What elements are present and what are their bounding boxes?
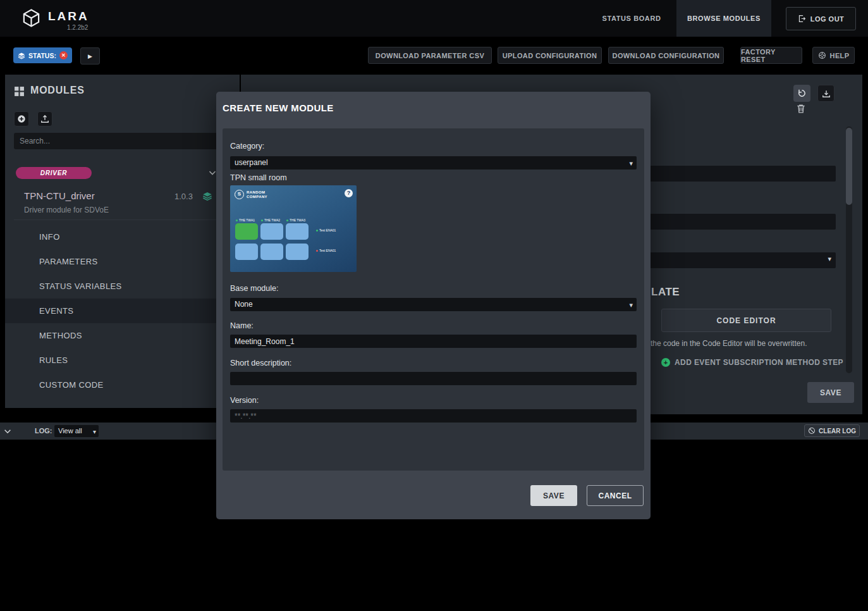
preview-side-label: Test ENA01 [316, 249, 336, 252]
help-ring-icon [818, 51, 826, 59]
preview-button [286, 244, 309, 260]
logout-button[interactable]: LOG OUT [786, 7, 856, 30]
help-button[interactable]: HELP [812, 47, 855, 64]
layers-icon [18, 52, 25, 59]
chevron-down-icon[interactable] [3, 427, 12, 436]
status-dot-red [316, 250, 318, 252]
factory-reset-button[interactable]: FACTORY RESET [740, 47, 802, 64]
base-module-selected-value: None [235, 300, 253, 309]
trash-icon [795, 103, 807, 114]
add-module-button[interactable] [14, 111, 29, 127]
add-step-label: ADD EVENT SUBSCRIPTION METHOD STEP [675, 358, 843, 367]
category-badge-driver[interactable]: DRIVER [16, 167, 92, 179]
modules-panel: MODULES DRIVER TPN-CTU_driver 1.0.3 Driv… [5, 75, 240, 408]
company-name-line1: RANDOM [247, 190, 267, 195]
short-description-input[interactable] [230, 372, 637, 385]
category-label: Category: [230, 142, 264, 151]
caret-down-icon: ▾ [629, 299, 633, 312]
name-label: Name: [230, 321, 254, 330]
preview-side-label: Test ENA01 [316, 228, 336, 232]
preview-button [260, 244, 283, 260]
download-icon [822, 89, 831, 98]
clear-log-button[interactable]: CLEAR LOG [804, 424, 860, 437]
scrollbar-thumb[interactable] [846, 128, 852, 205]
status-dot-green [261, 219, 263, 221]
create-new-module-dialog: CREATE NEW MODULE Category: userpanel ▾ … [216, 92, 651, 519]
module-name[interactable]: TPN-CTU_driver [24, 190, 95, 201]
module-preview-image: S RANDOM COMPANY ? THE TWA1 THE TWA2 [230, 185, 357, 272]
lara-cube-logo-icon [21, 8, 41, 28]
modal-cancel-button[interactable]: CANCEL [587, 485, 644, 506]
trash-button[interactable] [795, 103, 808, 116]
nav-status-board[interactable]: STATUS BOARD [590, 0, 673, 37]
plus-circle-icon [17, 114, 26, 123]
base-module-label: Base module: [230, 284, 278, 293]
download-configuration-button[interactable]: DOWNLOAD CONFIGURATION [608, 47, 724, 64]
plus-circle-icon: + [661, 358, 670, 367]
modules-panel-title: MODULES [30, 85, 85, 96]
overwrite-note: the code in the Code Editor will be over… [651, 339, 818, 348]
status-button[interactable]: STATUS: ✕ [13, 47, 72, 63]
module-menu: INFO PARAMETERS STATUS VARIABLES EVENTS … [5, 225, 240, 397]
nav-browse-modules[interactable]: BROWSE MODULES [676, 0, 771, 37]
download-button[interactable] [817, 85, 834, 102]
caret-down-icon: ▾ [828, 255, 831, 263]
preview-caption: THE TWA3 [286, 218, 305, 222]
top-bar: LARA 1.2.2b2 STATUS BOARD BROWSE MODULES… [0, 0, 868, 37]
run-button[interactable]: ▶ [80, 47, 100, 65]
sidebar-item-custom-code[interactable]: CUSTOM CODE [5, 373, 240, 397]
status-dot-green [316, 230, 318, 231]
version-input[interactable] [230, 409, 637, 423]
sidebar-item-info[interactable]: INFO [5, 225, 240, 249]
template-section-heading: LATE [651, 286, 680, 299]
play-icon: ▶ [88, 53, 92, 59]
help-icon: ? [345, 189, 353, 197]
status-dot-green [286, 219, 288, 221]
app-root: LARA 1.2.2b2 STATUS BOARD BROWSE MODULES… [0, 0, 868, 611]
log-label: LOG: [35, 423, 52, 440]
upload-module-button[interactable] [37, 111, 52, 127]
short-description-label: Short description: [230, 359, 291, 367]
help-label: HELP [830, 52, 850, 59]
company-name-line2: COMPANY [247, 195, 267, 199]
sidebar-item-parameters[interactable]: PARAMETERS [5, 249, 240, 274]
event-select[interactable]: ▾ [635, 252, 836, 268]
caret-down-icon: ▾ [93, 426, 96, 438]
editor-save-button[interactable]: SAVE [807, 382, 854, 403]
add-event-subscription-step[interactable]: + ADD EVENT SUBSCRIPTION METHOD STEP [661, 358, 843, 367]
sidebar-item-methods[interactable]: METHODS [5, 323, 240, 348]
caret-down-icon: ▾ [629, 157, 633, 170]
preview-button [260, 223, 283, 240]
module-version: 1.0.3 [174, 192, 193, 201]
log-filter-select[interactable]: View all ▾ [54, 425, 99, 437]
event-field[interactable] [635, 166, 836, 182]
app-version: 1.2.2b2 [67, 24, 88, 31]
clear-log-label: CLEAR LOG [819, 428, 856, 435]
logout-icon [798, 15, 806, 23]
download-parameter-csv-button[interactable]: DOWNLOAD PARAMETER CSV [368, 47, 492, 64]
category-selected-value: userpanel [235, 158, 268, 167]
preview-button [286, 223, 309, 240]
event-field[interactable] [635, 214, 836, 230]
base-module-select[interactable]: None ▾ [230, 298, 637, 311]
module-layers-icon [202, 191, 212, 201]
status-label: STATUS: [28, 52, 56, 59]
status-error-icon: ✕ [59, 51, 68, 59]
name-input[interactable] [230, 335, 637, 348]
code-editor-button[interactable]: CODE EDITOR [661, 309, 831, 332]
sidebar-item-rules[interactable]: RULES [5, 348, 240, 373]
version-label: Version: [230, 396, 259, 405]
restore-button[interactable] [793, 85, 810, 102]
category-select[interactable]: userpanel ▾ [230, 156, 637, 170]
undo-icon [797, 89, 807, 98]
sidebar-item-status-variables[interactable]: STATUS VARIABLES [5, 274, 240, 299]
module-search-input[interactable] [14, 133, 221, 149]
upload-configuration-button[interactable]: UPLOAD CONFIGURATION [498, 47, 602, 64]
company-logo: S RANDOM COMPANY [235, 190, 267, 199]
modules-grid-icon [14, 86, 25, 97]
preview-caption: THE TWA2 [261, 218, 280, 222]
modal-save-button[interactable]: SAVE [530, 485, 577, 506]
dialog-title: CREATE NEW MODULE [223, 102, 334, 113]
ban-icon [808, 427, 816, 435]
sidebar-item-events[interactable]: EVENTS [5, 299, 240, 323]
